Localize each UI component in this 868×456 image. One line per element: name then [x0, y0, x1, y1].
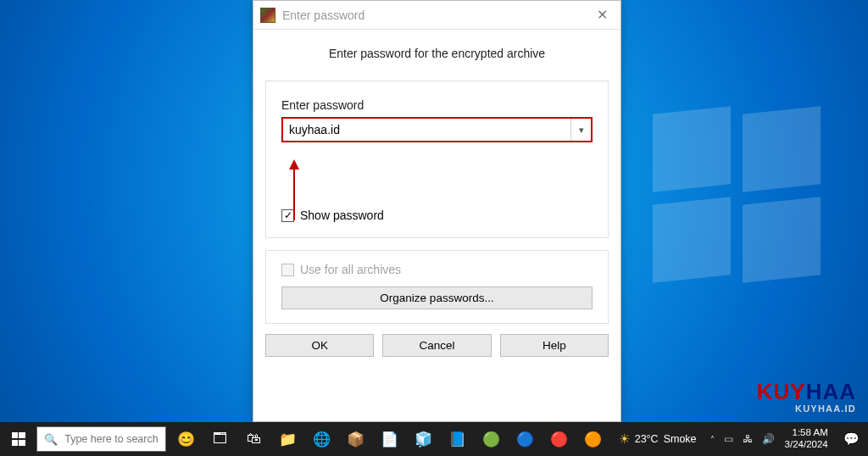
cancel-button[interactable]: Cancel — [382, 334, 491, 357]
tray-chevron-icon[interactable]: ˄ — [710, 435, 715, 444]
volume-icon[interactable]: 🔊 — [762, 433, 775, 445]
date: 3/24/2024 — [785, 439, 828, 451]
annotation-arrow — [293, 168, 295, 220]
organize-passwords-button[interactable]: Organize passwords... — [281, 286, 593, 309]
weather-desc: Smoke — [664, 433, 697, 445]
time: 1:58 AM — [785, 427, 828, 439]
dialog-buttons: OK Cancel Help — [253, 334, 620, 369]
dialog-heading: Enter password for the encrypted archive — [265, 47, 609, 60]
taskbar: 🔍 Type here to search 😊 🗔 🛍 📁 🌐 📦 📄 🧊 📘 … — [0, 422, 868, 456]
ok-button[interactable]: OK — [265, 334, 374, 357]
password-combobox[interactable]: ▾ — [281, 117, 593, 142]
password-panel: Enter password ▾ Show password — [265, 81, 609, 238]
winrar-taskbar-icon[interactable]: 📦 — [339, 422, 373, 456]
password-dialog: Enter password ✕ Enter password for the … — [253, 0, 621, 422]
show-password-checkbox[interactable] — [281, 209, 294, 222]
dialog-title: Enter password — [282, 8, 364, 22]
use-for-all-checkbox — [281, 264, 294, 276]
action-center-icon[interactable]: 💬 — [835, 422, 868, 456]
explorer-icon[interactable]: 📁 — [271, 422, 305, 456]
cortana-icon[interactable]: 😊 — [170, 422, 203, 456]
word-icon[interactable]: 📘 — [441, 422, 475, 456]
desktop: Enter password ✕ Enter password for the … — [0, 0, 868, 456]
chrome-icon[interactable]: 🟢 — [475, 422, 509, 456]
watermark-brand: KUYHAA — [757, 379, 856, 405]
task-view-icon[interactable]: 🗔 — [203, 422, 237, 456]
network-icon[interactable]: 🖧 — [743, 433, 753, 445]
notepad-icon[interactable]: 📄 — [373, 422, 407, 456]
search-placeholder: Type here to search — [64, 433, 158, 445]
windows-logo-wallpaper — [653, 110, 822, 280]
titlebar: Enter password ✕ — [253, 1, 620, 30]
search-icon: 🔍 — [44, 433, 58, 446]
show-password-label: Show password — [300, 209, 384, 222]
watermark: KUYHAA KUYHAA.ID — [757, 379, 856, 414]
use-for-all-row: Use for all archives — [281, 263, 593, 276]
edge-icon[interactable]: 🌐 — [305, 422, 339, 456]
battery-icon[interactable]: ▭ — [724, 433, 733, 445]
task-icons: 😊 🗔 🛍 📁 🌐 📦 📄 🧊 📘 🟢 🔵 🔴 🟠 — [166, 422, 610, 456]
winrar-icon — [260, 8, 275, 23]
weather-widget[interactable]: ☀ 23°C Smoke — [610, 422, 705, 456]
archives-panel: Use for all archives Organize passwords.… — [265, 250, 609, 324]
weather-temp: 23°C — [635, 433, 659, 445]
sun-icon: ☀ — [619, 431, 630, 447]
chevron-down-icon[interactable]: ▾ — [570, 119, 591, 141]
store-icon[interactable]: 🛍 — [237, 422, 271, 456]
close-button[interactable]: ✕ — [583, 1, 620, 30]
tray: ˄ ▭ 🖧 🔊 — [705, 433, 778, 445]
app-icon-1[interactable]: 🧊 — [407, 422, 441, 456]
browser-icon-4[interactable]: 🟠 — [576, 422, 610, 456]
start-button[interactable] — [0, 422, 36, 456]
search-box[interactable]: 🔍 Type here to search — [36, 426, 166, 452]
help-button[interactable]: Help — [500, 334, 609, 357]
password-input[interactable] — [283, 120, 570, 140]
show-password-row[interactable]: Show password — [281, 209, 593, 222]
browser-icon-3[interactable]: 🔴 — [542, 422, 576, 456]
use-for-all-label: Use for all archives — [300, 263, 401, 276]
clock[interactable]: 1:58 AM 3/24/2024 — [778, 427, 835, 451]
password-label: Enter password — [281, 98, 593, 112]
browser-icon-2[interactable]: 🔵 — [509, 422, 542, 456]
